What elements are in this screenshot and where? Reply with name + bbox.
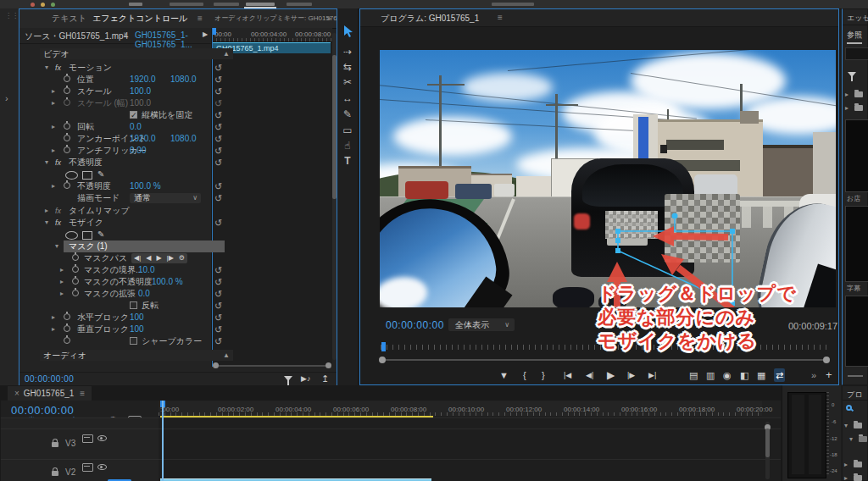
add-marker-button[interactable]: ▼: [499, 368, 509, 382]
effect-label[interactable]: モーション: [69, 62, 112, 74]
value-y[interactable]: 1080.0: [170, 133, 197, 145]
source-dropdown-chevron-icon[interactable]: ∨: [123, 30, 128, 38]
pen-tool[interactable]: ✎: [337, 108, 358, 120]
stopwatch-icon[interactable]: [64, 147, 70, 153]
video-frame[interactable]: [380, 50, 836, 307]
scrollbar-handle[interactable]: [213, 362, 219, 368]
scrollbar-thumb[interactable]: [765, 428, 770, 457]
twirl-closed-icon[interactable]: ▸: [45, 205, 48, 217]
section-audio[interactable]: オーディオ▲: [40, 350, 233, 361]
panel-menu-icon[interactable]: ≡: [498, 13, 503, 22]
reset-icon[interactable]: ↺: [214, 121, 222, 133]
value[interactable]: 0.0: [130, 121, 142, 133]
export-frame-button[interactable]: ◉: [723, 368, 732, 382]
value-x[interactable]: 1920.0: [130, 74, 156, 86]
mask-vertex-handle[interactable]: [615, 238, 620, 243]
timeline-ruler[interactable]: :00:00 00:00:02:00 00:00:04:00 00:00:06:…: [159, 401, 762, 416]
tab-browse[interactable]: 参照: [847, 30, 862, 44]
reset-icon[interactable]: ↺: [214, 217, 222, 229]
tab-text[interactable]: テキスト: [52, 9, 86, 28]
reset-icon[interactable]: ↺: [214, 133, 222, 145]
reset-icon[interactable]: ↺: [214, 288, 222, 300]
reset-icon[interactable]: ↺: [214, 335, 222, 347]
value[interactable]: 100: [130, 323, 144, 335]
filter-funnel-icon[interactable]: [848, 72, 856, 77]
twirl-open-icon[interactable]: ▾: [45, 157, 48, 169]
ellipse-mask-icon[interactable]: [65, 231, 78, 240]
pen-mask-icon[interactable]: ✎: [97, 169, 104, 180]
tab-effect-controls[interactable]: エフェクトコントロール: [92, 9, 187, 29]
effect-label[interactable]: タイムリマップ: [69, 205, 130, 217]
twirl-closed-icon[interactable]: ▸: [844, 461, 848, 468]
stopwatch-icon[interactable]: [64, 325, 70, 332]
reset-icon[interactable]: ↺: [214, 145, 222, 157]
scrollbar-handle[interactable]: [326, 362, 331, 368]
reset-icon[interactable]: ↺: [214, 323, 222, 335]
reset-icon[interactable]: ↺: [214, 74, 222, 86]
mask-item[interactable]: マスク (1): [69, 240, 108, 252]
selection-tool[interactable]: [337, 25, 358, 41]
twirl-closed-icon[interactable]: ▸: [845, 91, 849, 98]
value[interactable]: 0.0: [138, 288, 150, 300]
ec-scrollbar-thumb[interactable]: [332, 55, 337, 199]
twirl-closed-icon[interactable]: ▸: [52, 121, 55, 133]
twirl-open-icon[interactable]: ▾: [45, 217, 48, 229]
twirl-closed-icon[interactable]: ▸: [845, 104, 849, 112]
template-thumbnail[interactable]: [845, 296, 868, 367]
ripple-edit-tool[interactable]: ⇆: [337, 61, 358, 73]
active-toggle-button[interactable]: ⇄: [774, 368, 785, 382]
ec-vertical-scrollbar[interactable]: [332, 33, 337, 360]
comparison-view-button[interactable]: ◧: [740, 368, 748, 382]
blend-mode-dropdown[interactable]: 通常 ∨: [130, 193, 201, 203]
value[interactable]: 0.00: [130, 145, 146, 157]
search-icon[interactable]: [846, 405, 852, 411]
track-select-forward-tool[interactable]: ⇢: [337, 46, 358, 58]
track-back-one-icon[interactable]: ◀|: [131, 253, 143, 263]
track-lane[interactable]: [159, 417, 781, 428]
menu-item[interactable]: [492, 3, 534, 6]
toggle-track-output-eye-icon[interactable]: [97, 464, 107, 470]
section-video[interactable]: ビデオ▲: [40, 48, 233, 59]
effect-label[interactable]: 不透明度: [69, 157, 103, 169]
reset-icon[interactable]: ↺: [214, 62, 222, 74]
play-audio-icon[interactable]: ▶♪: [301, 374, 310, 383]
scrollbar-handle[interactable]: [379, 357, 386, 363]
rect-mask-icon[interactable]: [82, 231, 92, 240]
reset-icon[interactable]: ↺: [214, 264, 222, 276]
mark-out-button[interactable]: }: [542, 368, 545, 382]
slip-tool[interactable]: ↔: [337, 92, 358, 104]
twirl-closed-icon[interactable]: ▸: [52, 312, 55, 323]
twirl-closed-icon[interactable]: ▸: [52, 180, 55, 192]
lift-button[interactable]: ▤: [689, 368, 698, 382]
rect-mask-icon[interactable]: [82, 171, 92, 180]
ellipse-mask-icon[interactable]: [65, 171, 78, 180]
play-toggle-icon[interactable]: ▶: [203, 30, 208, 38]
stopwatch-icon[interactable]: [64, 135, 70, 141]
twirl-closed-icon[interactable]: ▸: [60, 288, 64, 300]
program-monitor-title[interactable]: プログラム: GH015765_1: [381, 13, 479, 25]
tab-essential-graphics[interactable]: エッセ: [847, 13, 868, 24]
stopwatch-icon[interactable]: [72, 290, 79, 296]
mask-vertex-handle[interactable]: [615, 248, 620, 253]
tracking-options-wrench-icon[interactable]: ⚙: [176, 253, 187, 263]
multi-camera-button[interactable]: ▦: [757, 368, 765, 382]
scrollbar-handle[interactable]: [823, 357, 830, 363]
workspace-tab-active[interactable]: [246, 3, 275, 6]
twirl-closed-icon[interactable]: ▸: [52, 323, 55, 335]
go-to-out-button[interactable]: ▶|: [648, 368, 656, 382]
monitor-scrollbar-track[interactable]: [382, 359, 825, 361]
stopwatch-icon[interactable]: [72, 254, 79, 261]
close-tab-icon[interactable]: ×: [14, 389, 19, 398]
mark-in-button[interactable]: {: [523, 368, 526, 382]
stopwatch-icon[interactable]: [64, 123, 70, 130]
ec-horizontal-scrollbar[interactable]: [213, 362, 331, 370]
stopwatch-icon[interactable]: [64, 87, 70, 94]
sharp-colors-checkbox[interactable]: [130, 337, 137, 345]
reset-icon[interactable]: ↺: [214, 312, 222, 323]
value-x[interactable]: 1920.0: [130, 133, 156, 145]
timeline-playhead-line[interactable]: [162, 401, 164, 481]
search-input[interactable]: [845, 47, 868, 60]
twirl-closed-icon[interactable]: ▸: [60, 276, 64, 288]
panel-menu-icon[interactable]: ≡: [198, 9, 203, 28]
menu-item[interactable]: [214, 3, 239, 6]
